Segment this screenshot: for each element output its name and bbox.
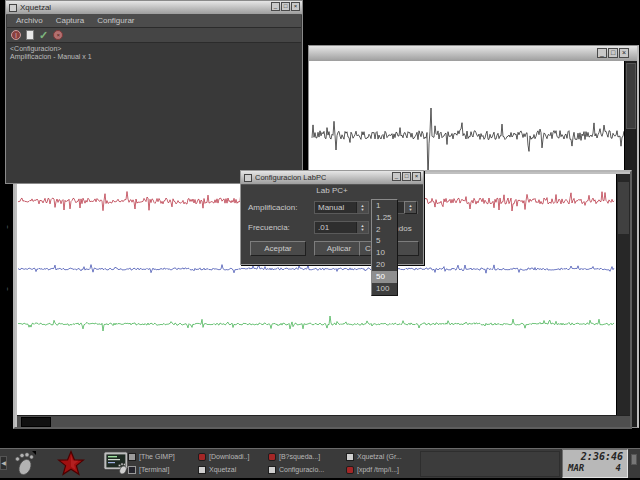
desktop-glyph: ~	[5, 225, 11, 229]
task-button[interactable]: Configuracio...	[264, 463, 342, 476]
task-label: Configuracio...	[279, 466, 324, 473]
browser-icon	[198, 453, 206, 461]
menu-captura[interactable]: Captura	[56, 16, 84, 25]
toolbar: | ✓ ×	[7, 28, 301, 43]
clock-day: 4	[616, 463, 621, 474]
menubar: Archivo Captura Configurar	[7, 14, 301, 28]
task-button[interactable]: Xquetzal	[194, 463, 264, 476]
device-label: Lab PC+	[241, 186, 423, 195]
app-window-icon	[346, 453, 354, 461]
close-button[interactable]: ×	[291, 2, 300, 11]
task-button[interactable]: Xquetzal (Gr...	[342, 450, 420, 463]
menu-configurar[interactable]: Configurar	[97, 16, 134, 25]
dropdown-option[interactable]: 10	[372, 247, 397, 259]
browser-icon	[268, 453, 276, 461]
clock-month: MAR	[568, 463, 584, 474]
task-label: [The GIMP]	[139, 453, 175, 460]
menu-archivo[interactable]: Archivo	[16, 16, 43, 25]
dropdown-option[interactable]: 100	[372, 283, 397, 295]
panel-empty-slot	[420, 451, 560, 477]
check-icon[interactable]: ✓	[39, 30, 48, 40]
panel-hide-left-arrow[interactable]: ◀	[0, 456, 7, 470]
task-label: Xquetzal	[209, 466, 236, 473]
window-icon	[244, 174, 252, 182]
task-label: Xquetzal (Gr...	[357, 453, 402, 460]
maximize-button[interactable]: □	[608, 48, 618, 58]
task-button[interactable]: [B?squeda...]	[264, 450, 342, 463]
dropdown-option[interactable]: 1	[372, 200, 397, 212]
gnome-foot-icon[interactable]	[12, 451, 36, 477]
desktop: _ □ × ~ ~ Xquetzal _	[0, 0, 640, 480]
dropdown-option[interactable]: 1.25	[372, 212, 397, 224]
task-button[interactable]: [xpdf /tmp/i...]	[342, 463, 420, 476]
xpdf-icon	[346, 466, 354, 474]
dropdown-option[interactable]: 2	[372, 224, 397, 236]
trace-blue	[18, 265, 614, 274]
task-button[interactable]: [The GIMP]	[124, 450, 194, 463]
horizontal-scrollbar[interactable]	[17, 415, 630, 427]
trace-green	[18, 316, 614, 331]
console-titlebar[interactable]: Xquetzal _ □ ×	[6, 1, 302, 15]
stop-icon[interactable]: ×	[53, 30, 63, 40]
maximize-button[interactable]: □	[281, 2, 290, 11]
taskbar-panel: ◀	[0, 448, 640, 478]
window-title: Xquetzal	[20, 3, 51, 12]
spinner-arrows-icon[interactable]: ▲▼	[356, 222, 368, 233]
dropdown-option[interactable]: 20	[372, 259, 397, 271]
amp-factor-spinner-icon[interactable]: ▲▼	[404, 201, 417, 214]
document-icon[interactable]	[26, 30, 34, 40]
maximize-button[interactable]: □	[402, 172, 411, 181]
aceptar-button[interactable]: Aceptar	[250, 241, 306, 256]
vertical-scrollbar[interactable]	[616, 174, 630, 416]
spinner-arrows-icon[interactable]: ▲▼	[356, 202, 368, 213]
gimp-icon	[128, 453, 136, 461]
console-output: <Configuracion> Amplificacion - Manual x…	[7, 43, 301, 182]
aplicar-button[interactable]: Aplicar	[314, 241, 364, 256]
power-icon[interactable]: |	[11, 30, 21, 40]
scrollbar-thumb[interactable]	[626, 63, 636, 129]
app-window-icon	[268, 466, 276, 474]
signal-window-top-titlebar[interactable]: _ □ ×	[309, 46, 637, 62]
frecuencia-label: Frecuencia:	[248, 223, 290, 232]
task-button[interactable]: [Downloadi..]	[194, 450, 264, 463]
amplificacion-value: Manual	[318, 203, 344, 212]
console-window: Xquetzal _ □ × Archivo Captura Configura…	[5, 0, 303, 184]
output-line: Amplificacion - Manual x 1	[10, 53, 298, 61]
amp-factor-dropdown: 1 1.25 2 5 10 20 50 100	[371, 199, 398, 296]
terminal-icon	[128, 466, 136, 474]
red-star-icon[interactable]	[57, 450, 85, 477]
desktop-glyph: ~	[5, 287, 11, 291]
task-label: [Downloadi..]	[209, 453, 249, 460]
scrollbar-thumb[interactable]	[618, 182, 629, 234]
task-label: [Terminal]	[139, 466, 169, 473]
task-list: [The GIMP] [Downloadi..] [B?squeda...] X…	[124, 450, 420, 477]
minimize-button[interactable]: _	[271, 2, 280, 11]
dropdown-option[interactable]: 50	[372, 271, 397, 283]
frecuencia-value: .01	[318, 223, 329, 232]
close-button[interactable]: ×	[412, 172, 421, 181]
amplificacion-combo[interactable]: Manual ▲▼	[314, 201, 369, 214]
panel-hide-right-arrow[interactable]	[631, 454, 637, 465]
clock-applet: 2:36:46 MAR 4	[562, 449, 628, 478]
close-button[interactable]: ×	[619, 48, 629, 58]
dialog-title: Configuracion LabPC	[255, 173, 326, 182]
minimize-button[interactable]: _	[392, 172, 401, 181]
dropdown-option[interactable]: 5	[372, 235, 397, 247]
output-line: <Configuracion>	[10, 45, 298, 53]
window-icon	[9, 4, 17, 12]
task-label: [xpdf /tmp/i...]	[357, 466, 399, 473]
amplificacion-label: Amplificacion:	[248, 203, 297, 212]
dialog-titlebar[interactable]: Configuracion LabPC _ □ ×	[241, 171, 423, 185]
scrollbar-thumb[interactable]	[21, 417, 51, 427]
frecuencia-combo[interactable]: .01 ▲▼	[314, 221, 369, 234]
task-button[interactable]: [Terminal]	[124, 463, 194, 476]
minimize-button[interactable]: _	[597, 48, 607, 58]
task-label: [B?squeda...]	[279, 453, 320, 460]
clock-time: 2:36:46	[563, 450, 627, 463]
app-window-icon	[198, 466, 206, 474]
